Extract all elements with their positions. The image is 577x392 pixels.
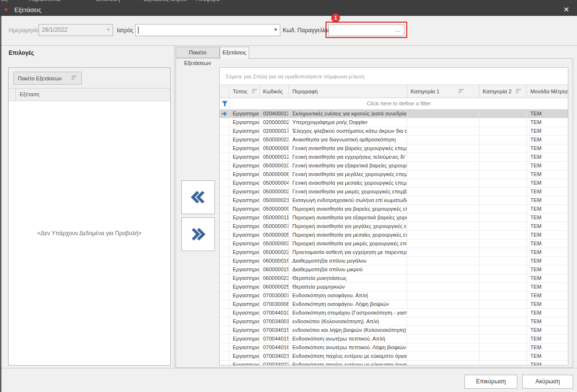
table-row[interactable]: Εργαστηριακι 060000016 Διαθερμοπηξία σπί… — [220, 257, 568, 266]
cell-unit: ΤΕΜ — [527, 162, 568, 170]
move-left-button[interactable] — [181, 180, 215, 214]
table-row[interactable]: Εργαστηριακι 050000023 Αναισθησία για δι… — [220, 136, 568, 144]
row-indicator — [220, 240, 229, 248]
table-row[interactable]: Εργαστηριακι 070044016 Ενδοσκόπιση ανωτέ… — [220, 343, 568, 352]
cell-code: 050000022 — [260, 248, 289, 256]
cell-type: Εργαστηριακι — [229, 153, 260, 161]
table-row[interactable]: Εργαστηριακι 050000021 Εισαγωγή ενδοτραχ… — [220, 196, 568, 205]
order-lookup-button[interactable]: … — [395, 26, 401, 33]
cell-category2 — [479, 326, 527, 334]
table-row[interactable]: Εργαστηριακι 070034022 Ενδοσκόπιση παχέο… — [220, 361, 568, 366]
exams-grid: Σύρετε μια Στήλη για να ομαδοποιήσετε σύ… — [219, 67, 568, 366]
table-row[interactable]: Εργαστηριακι 050000009 Περιοχική αναισθη… — [220, 205, 568, 214]
table-row[interactable]: Εργαστηριακι 050000005 Περιοχική αναισθη… — [220, 231, 568, 240]
cell-type: Εργαστηριακι — [229, 188, 260, 196]
cell-type: Εργαστηριακι — [229, 127, 260, 135]
cell-unit: ΤΕΜ — [527, 127, 568, 135]
table-row[interactable]: Εργαστηριακι 050000003 Περιοχική αναισθη… — [220, 240, 568, 248]
tab-exam-packages[interactable]: Πακέτο Εξετάσεων — [176, 47, 220, 58]
row-indicator — [220, 205, 229, 213]
grid-group-bar[interactable]: Σύρετε μια Στήλη για να ομαδοποιήσετε σύ… — [220, 68, 568, 85]
table-row[interactable]: Εργαστηριακι 020400013 Σκληρυντικές ενέσ… — [220, 110, 568, 118]
table-row[interactable]: Εργαστηριακι 050000004 Γενική αναισθησία… — [220, 179, 568, 188]
table-row[interactable]: Εργαστηριακι 050000010 Γενική αναισθησία… — [220, 162, 568, 170]
table-row[interactable]: Εργαστηριακι 050000011 Περιοχική αναισθη… — [220, 214, 568, 222]
table-row[interactable]: Εργαστηριακι 070034021 Ενδοσκόπιση παχέο… — [220, 352, 568, 361]
column-header-code[interactable]: Κωδικός — [260, 85, 289, 98]
cell-category1 — [407, 170, 479, 178]
column-header-category1[interactable]: Κατηγορία 1 — [407, 85, 479, 98]
cell-description: Αναισθησία για διαγνωστική αρθροσκόπηση — [289, 136, 407, 144]
column-header-category2[interactable]: Κατηγορία 2 — [479, 85, 527, 98]
cell-type: Εργαστηριακι — [229, 214, 260, 222]
cell-unit: ΤΕΜ — [527, 196, 568, 204]
confirm-button[interactable]: Επικύρωση — [464, 375, 517, 389]
table-row[interactable]: Εργαστηριακι 070044010 Ενδοσκόπηση στομά… — [220, 309, 568, 317]
cell-category2 — [479, 144, 527, 152]
cell-category2 — [479, 361, 527, 366]
cell-description: Ενδοσκόπηση στομάχου (Γαστροσκόπηση - γα… — [289, 309, 407, 317]
close-icon[interactable]: ✕ — [563, 5, 569, 14]
row-indicator — [220, 300, 229, 308]
date-field: 26/1/2022 ▾ — [38, 24, 113, 36]
cell-description: Διαθερμοπηξία σπίλου μικρού — [289, 266, 407, 274]
column-header-unit[interactable]: Μονάδα Μέτρησης — [527, 85, 568, 98]
table-row[interactable]: Εργαστηριακι 050000012 Γενική αναισθησία… — [220, 153, 568, 162]
row-indicator — [220, 179, 229, 187]
column-header-description[interactable]: Περιγραφή — [289, 85, 407, 98]
table-row[interactable]: Εργαστηριακι 070034015 ενδοσκόπιο και λή… — [220, 326, 568, 335]
tab-exams[interactable]: Εξετάσεις — [220, 47, 249, 59]
row-indicator — [220, 231, 229, 239]
sort-icon — [458, 89, 464, 95]
cell-category2 — [479, 153, 527, 161]
exam-column-header[interactable]: Εξέταση — [9, 88, 170, 101]
cell-code: 070030007 — [260, 291, 289, 300]
cell-category2 — [479, 283, 527, 291]
group-by-package-button[interactable]: Πακέτο Εξετάσεων — [13, 72, 82, 85]
header-fields-row: Ημερομηνία 26/1/2022 ▾ Ιατρός ▾ Κωδ. Παρ… — [0, 16, 577, 46]
filter-hint-text[interactable]: Click here to define a filter — [229, 98, 568, 110]
filter-funnel-icon[interactable] — [222, 101, 228, 108]
table-row[interactable]: Εργαστηριακι 070030007 Ενδοσκόπηση οισοφ… — [220, 291, 568, 300]
grid-filter-row[interactable]: Click here to define a filter — [220, 98, 568, 110]
table-row[interactable]: Εργαστηριακι 050000006 Γενική αναισθησία… — [220, 170, 568, 179]
move-right-button[interactable] — [181, 217, 215, 251]
table-row[interactable]: Εργαστηριακι 050000008 Γενική αναισθησία… — [220, 144, 568, 153]
table-row[interactable]: Εργαστηριακι 020000002 Υπερηχογράφημα ρο… — [220, 118, 568, 127]
order-code-field[interactable]: … — [328, 25, 404, 36]
table-row[interactable]: Εργαστηριακι 070030008 Ενδοσκόπηση οισοφ… — [220, 300, 568, 309]
column-label: Κωδικός — [263, 89, 283, 94]
table-row[interactable]: Εργαστηριακι 070044015 Ενδοσκόπιση ανωτέ… — [220, 335, 568, 343]
table-row[interactable]: Εργαστηριακι 020000017 Έλεγχος φλεβικού … — [220, 127, 568, 136]
dialog-titlebar[interactable]: ♥ Εξετάσεις ✕ — [0, 4, 577, 16]
cell-unit: ΤΕΜ — [527, 291, 568, 300]
row-indicator — [220, 266, 229, 274]
cell-category1 — [407, 274, 479, 282]
cell-unit: ΤΕΜ — [527, 274, 568, 282]
cell-code: 050000003 — [260, 240, 289, 248]
table-row[interactable]: Εργαστηριακι 050000022 Προετοιμασία ασθε… — [220, 248, 568, 257]
cell-category1 — [407, 283, 479, 291]
row-indicator — [220, 144, 229, 152]
table-row[interactable]: Εργαστηριακι 060000023 Θεραπεία μυκητιάσ… — [220, 274, 568, 283]
table-row[interactable]: Εργαστηριακι 050000002 Γενική αναισθησία… — [220, 188, 568, 196]
row-indicator — [220, 283, 229, 291]
cell-category2 — [479, 179, 527, 187]
table-row[interactable]: Εργαστηριακι 070034001 ενδοσκόπιο (Κολον… — [220, 317, 568, 326]
cell-code: 050000011 — [260, 214, 289, 222]
column-header-type[interactable]: Τύπος — [229, 85, 260, 98]
cell-category2 — [479, 257, 527, 265]
text-caret — [138, 26, 138, 34]
tab-content: Σύρετε μια Στήλη για να ομαδοποιήσετε σύ… — [176, 58, 573, 368]
cell-category2 — [479, 110, 527, 118]
cell-type: Εργαστηριακι — [229, 222, 260, 230]
table-row[interactable]: Εργαστηριακι 060000015 Διαθερμοπηξία σπί… — [220, 266, 568, 274]
table-row[interactable]: Εργαστηριακι 060000025 Θεραπεία μυρμηγκι… — [220, 283, 568, 291]
doctor-combobox[interactable]: ▾ — [135, 24, 280, 36]
cancel-button[interactable]: Ακύρωση — [522, 375, 573, 389]
table-row[interactable]: Εργαστηριακι 050000007 Περιοχική αναισθη… — [220, 222, 568, 231]
doctor-dropdown-icon[interactable]: ▾ — [274, 26, 277, 33]
bg-menu-fragment: ιες — [1, 0, 8, 2]
cell-unit: ΤΕΜ — [527, 179, 568, 187]
cell-unit: ΤΕΜ — [527, 144, 568, 152]
